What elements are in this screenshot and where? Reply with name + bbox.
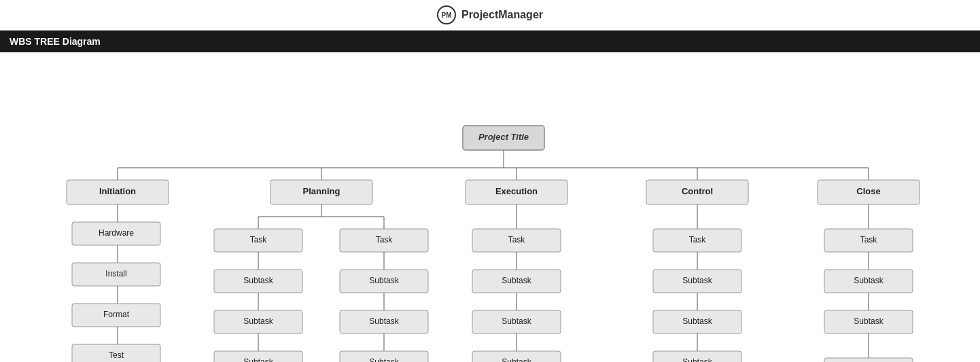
format-label: Format	[103, 310, 130, 319]
test-label: Test	[109, 350, 124, 360]
diagram-area: Project Title Initiation Hardware Instal…	[0, 52, 980, 362]
hardware-label: Hardware	[99, 228, 134, 238]
planning-label: Planning	[303, 186, 340, 196]
top-bar: PM ProjectManager	[0, 0, 980, 31]
initiation-label: Initiation	[99, 186, 136, 196]
close-subtask1-label: Subtask	[854, 276, 883, 285]
planning-subtask2b-label: Subtask	[369, 316, 399, 326]
install-label: Install	[105, 269, 126, 278]
control-subtask2-label: Subtask	[682, 316, 712, 326]
header-bar: WBS TREE Diagram	[0, 31, 980, 52]
control-task-label: Task	[689, 235, 707, 245]
execution-task-label: Task	[508, 235, 526, 245]
brand-name: ProjectManager	[461, 9, 543, 21]
planning-subtask1b-label: Subtask	[243, 316, 273, 326]
execution-subtask1-label: Subtask	[502, 276, 531, 285]
wbs-diagram: Project Title Initiation Hardware Instal…	[7, 66, 972, 362]
execution-label: Execution	[495, 186, 538, 196]
planning-subtask1a-label: Subtask	[243, 276, 273, 285]
diagram-title: WBS TREE Diagram	[10, 36, 101, 47]
logo-circle: PM	[437, 5, 456, 24]
control-label: Control	[682, 186, 713, 196]
logo-text: PM	[441, 12, 451, 19]
control-subtask1-label: Subtask	[682, 276, 712, 285]
control-subtask3-label: Subtask	[682, 357, 712, 362]
close-label: Close	[856, 186, 880, 196]
close-subtask3-node	[824, 358, 913, 362]
planning-subtask2c-label: Subtask	[369, 357, 399, 362]
root-label: Project Title	[478, 132, 529, 142]
close-task-label: Task	[860, 235, 878, 245]
planning-subtask2a-label: Subtask	[369, 276, 399, 285]
planning-subtask1c-label: Subtask	[243, 357, 273, 362]
execution-subtask2-label: Subtask	[502, 316, 531, 326]
planning-task2-label: Task	[376, 235, 393, 245]
execution-subtask3-label: Subtask	[502, 357, 531, 362]
planning-task1-label: Task	[250, 235, 268, 245]
close-subtask2-label: Subtask	[854, 316, 883, 326]
